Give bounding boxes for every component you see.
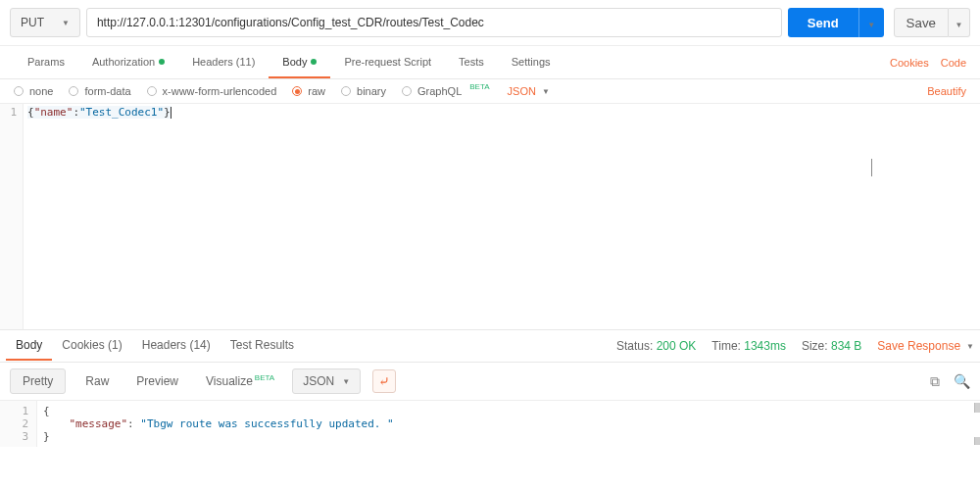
wrap-lines-icon[interactable]: ⤶	[372, 369, 396, 393]
body-type-formdata[interactable]: form-data	[69, 85, 130, 97]
response-tab-cookies[interactable]: Cookies (1)	[52, 331, 131, 361]
save-response-button[interactable]: Save Response▼	[877, 339, 974, 353]
chevron-down-icon: ▼	[966, 342, 974, 351]
response-view-pretty[interactable]: Pretty	[10, 368, 66, 394]
body-type-binary[interactable]: binary	[341, 85, 386, 97]
request-body-editor[interactable]: 1 {"name":"Test_Codec1"}	[0, 104, 980, 329]
body-type-raw[interactable]: raw	[292, 85, 325, 97]
body-language-select[interactable]: JSON▼	[508, 85, 550, 97]
body-type-none[interactable]: none	[14, 85, 53, 97]
editor-content[interactable]: {"name":"Test_Codec1"}	[24, 104, 980, 329]
response-view-preview[interactable]: Preview	[128, 369, 186, 393]
tab-params[interactable]: Params	[14, 47, 78, 78]
response-tabs: Body Cookies (1) Headers (14) Test Resul…	[0, 329, 980, 363]
body-type-graphql[interactable]: GraphQLBETA	[402, 85, 488, 97]
body-type-row: none form-data x-www-form-urlencoded raw…	[0, 79, 980, 104]
response-language-select[interactable]: JSON▼	[292, 368, 361, 394]
request-bar: PUT ▼ Send ▼ Save ▼	[0, 0, 980, 46]
radio-icon	[402, 86, 412, 96]
radio-icon	[341, 86, 351, 96]
response-tab-body[interactable]: Body	[6, 331, 52, 361]
tab-headers[interactable]: Headers (11)	[178, 47, 269, 78]
chevron-down-icon: ▼	[542, 87, 550, 96]
response-toolbar-right: ⧉ 🔍	[930, 373, 970, 390]
tab-prerequest[interactable]: Pre-request Script	[330, 47, 445, 78]
response-view-raw[interactable]: Raw	[77, 369, 117, 393]
response-toolbar: Pretty Raw Preview VisualizeBETA JSON▼ ⤶…	[0, 363, 980, 401]
beta-badge: BETA	[469, 82, 489, 91]
send-button-group: Send ▼	[788, 8, 884, 37]
save-button[interactable]: Save	[894, 8, 949, 37]
chevron-down-icon: ▼	[956, 21, 963, 29]
tab-tests[interactable]: Tests	[445, 47, 498, 78]
request-tabs: Params Authorization Headers (11) Body P…	[0, 46, 980, 79]
send-button[interactable]: Send	[788, 8, 858, 37]
request-tabs-right: Cookies Code	[890, 57, 966, 69]
chevron-down-icon: ▼	[867, 21, 875, 29]
text-cursor-icon	[871, 159, 872, 176]
status-size: 834 B	[831, 339, 861, 353]
chevron-down-icon: ▼	[342, 377, 350, 386]
beautify-link[interactable]: Beautify	[927, 85, 966, 97]
status-dot-icon	[159, 59, 165, 65]
url-input[interactable]	[86, 8, 782, 37]
response-content[interactable]: { "message": "Tbgw route was successfull…	[37, 401, 980, 447]
cookies-link[interactable]: Cookies	[890, 57, 929, 69]
http-method-select[interactable]: PUT ▼	[10, 8, 80, 37]
response-view-visualize[interactable]: VisualizeBETA	[198, 369, 280, 393]
save-button-group: Save ▼	[894, 8, 970, 37]
chevron-down-icon: ▼	[62, 19, 70, 27]
text-cursor-icon	[171, 107, 172, 119]
tab-settings[interactable]: Settings	[498, 47, 564, 78]
radio-icon	[147, 86, 157, 96]
copy-icon[interactable]: ⧉	[930, 373, 940, 390]
status-code: 200 OK	[657, 339, 697, 353]
http-method-value: PUT	[21, 16, 44, 29]
beta-badge: BETA	[255, 373, 274, 382]
tab-authorization[interactable]: Authorization	[78, 47, 178, 78]
response-status: Status: 200 OK Time: 1343ms Size: 834 B …	[616, 339, 974, 353]
tab-body[interactable]: Body	[269, 47, 330, 78]
scrollbar-icon	[974, 437, 980, 445]
editor-gutter: 1	[0, 104, 24, 329]
radio-selected-icon	[292, 86, 302, 96]
response-gutter: 1 2 3	[0, 401, 37, 447]
body-type-xwww[interactable]: x-www-form-urlencoded	[147, 85, 277, 97]
save-options-button[interactable]: ▼	[949, 8, 970, 37]
radio-icon	[69, 86, 78, 96]
scrollbar-icon	[974, 403, 980, 413]
code-link[interactable]: Code	[941, 57, 966, 69]
response-tab-headers[interactable]: Headers (14)	[132, 331, 220, 361]
status-dot-icon	[311, 59, 317, 65]
status-time: 1343ms	[744, 339, 786, 353]
radio-icon	[14, 86, 24, 96]
response-body: 1 2 3 { "message": "Tbgw route was succe…	[0, 401, 980, 447]
send-options-button[interactable]: ▼	[858, 8, 884, 37]
search-icon[interactable]: 🔍	[954, 373, 970, 389]
response-tab-testresults[interactable]: Test Results	[220, 331, 304, 361]
